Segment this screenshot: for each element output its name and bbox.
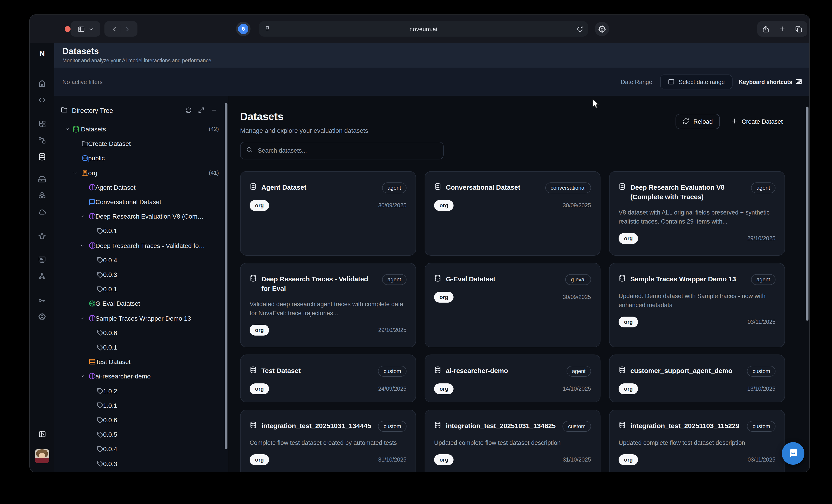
chevron-down-icon[interactable] [80,374,84,379]
reload-page-icon[interactable] [576,26,583,32]
chevron-down-icon[interactable] [65,127,70,132]
chevron-down-icon[interactable] [80,214,84,219]
app-logo[interactable]: N [30,49,54,58]
tree-item-0-0-1[interactable]: 0.0.1 [54,226,222,236]
share-icon[interactable] [762,25,770,33]
create-dataset-button[interactable]: Create Dataset [728,117,785,126]
rail-hard-drive-icon[interactable] [30,175,54,184]
rail-code-icon[interactable] [30,96,54,104]
sidebar-toggle-button[interactable] [71,21,100,36]
tree-item-0-0-6[interactable]: 0.0.6 [54,415,222,425]
search-input[interactable] [257,147,438,155]
dataset-description: Updated: Demo dataset with Sample traces… [619,292,776,310]
rail-settings-icon[interactable] [30,312,54,320]
tree-item-1-0-2[interactable]: 1.0.2 [54,386,222,396]
close-window-button[interactable] [64,26,71,32]
dataset-card[interactable]: G-Eval Datatsetg-evalorg30/09/2025 [424,263,600,347]
rail-workflow-icon[interactable] [30,136,54,144]
dataset-card[interactable]: Test Datasetcustomorg24/09/2025 [240,355,416,402]
toolbar-right [757,21,807,36]
tree-item-deep-research-traces-validated-for[interactable]: Deep Research Traces - Validated for ... [54,240,222,251]
tree-item-0-0-4[interactable]: 0.0.4 [54,444,222,454]
tree-refresh-button[interactable] [185,107,192,115]
tree-item-1-0-1[interactable]: 1.0.1 [54,400,222,411]
tree-item-0-0-3[interactable]: 0.0.3 [54,458,222,469]
database-icon [619,366,626,375]
dataset-card[interactable]: Conversational Datasetconversationalorg3… [424,171,600,256]
tree-item-sample-traces-wrapper-demo-13[interactable]: Sample Traces Wrapper Demo 13 [54,313,222,324]
url-text[interactable]: noveum.ai [270,26,576,32]
user-avatar[interactable] [35,449,49,464]
reload-button[interactable]: Reload [676,114,720,129]
extension-button[interactable] [236,22,251,36]
tree-item-label: 0.0.3 [103,460,117,467]
dataset-title: Deep Research Evaluation V8 (Complete wi… [630,183,746,201]
rail-cloud-icon[interactable] [30,208,54,216]
tag-icon [97,460,104,467]
keyboard-shortcuts-button[interactable]: Keyboard shortcuts [739,78,802,86]
rail-key-icon[interactable] [30,296,54,304]
dataset-card[interactable]: integration_test_20251103_115229customUp… [609,410,785,472]
tree-item-label: 0.0.1 [103,285,117,292]
tree-item-0-0-1[interactable]: 0.0.1 [54,284,222,295]
tag-icon [97,417,104,423]
dataset-card[interactable]: integration_test_20251031_134445customCo… [240,410,416,472]
panel-expand-icon [38,430,46,440]
dataset-card[interactable]: Deep Research Evaluation V8 (Complete wi… [609,171,785,256]
dataset-description: V8 dataset with ALL original fields pres… [619,208,776,226]
chevron-down-icon[interactable] [73,170,77,175]
dataset-card[interactable]: Agent Datasetagentorg30/09/2025 [240,171,416,256]
dataset-card[interactable]: integration_test_20251031_134625customUp… [424,410,600,472]
tree-item-0-0-4[interactable]: 0.0.4 [54,255,222,265]
tree-item-g-eval-datatset[interactable]: G-Eval Datatset [54,298,222,309]
rail-list-tree-icon[interactable] [30,120,54,128]
tree-item-0-0-6[interactable]: 0.0.6 [54,328,222,338]
dataset-description: Validated deep research agent traces wit… [250,300,407,318]
new-tab-icon[interactable] [779,25,786,32]
dataset-card[interactable]: ai-researcher-demoagentorg14/10/2025 [424,355,600,402]
chat-launcher-button[interactable] [782,442,804,465]
page-scrollbar[interactable] [806,107,808,320]
tag-icon [97,228,104,234]
tree-collapse-button[interactable] [211,107,217,115]
tree-expand-button[interactable] [198,107,204,115]
tree-item-test-dataset[interactable]: Test Dataset [54,356,222,367]
tree-item-0-0-5[interactable]: 0.0.5 [54,429,222,440]
chevron-down-icon[interactable] [80,316,84,320]
tree-item-agent-dataset[interactable]: Agent Dataset [54,182,222,193]
dataset-card[interactable]: Deep Research Traces - Validated for Eva… [240,263,416,347]
tree-item-deep-research-evaluation-v8-compl[interactable]: Deep Research Evaluation V8 (Compl... [54,211,222,222]
filter-bar: No active filters Date Range: Select dat… [54,68,809,96]
rail-home-icon[interactable] [30,80,54,88]
chevron-down-icon[interactable] [80,243,84,248]
tree-item-public[interactable]: public [54,153,222,164]
org-badge: org [434,292,454,303]
date-range-button[interactable]: Select date range [660,75,732,89]
rail-boxes-icon[interactable] [30,192,54,200]
tab-overview-icon[interactable] [795,25,803,33]
tree-item-create-dataset[interactable]: Create Dataset [54,138,222,149]
dataset-card[interactable]: Sample Traces Wrapper Demo 13agentUpdate… [609,263,785,347]
reader-icon[interactable] [264,26,270,32]
panel-expand-button[interactable] [30,430,54,440]
rail-database-icon[interactable] [30,152,54,161]
rail-star-icon[interactable] [30,232,54,240]
tree-item-org[interactable]: org(41) [54,167,222,178]
rail-webhook-icon[interactable] [30,272,54,280]
dataset-type-badge: custom [378,421,407,432]
tree-item-ai-researcher-demo[interactable]: ai-researcher-demo [54,371,222,382]
tree-item-0-0-3[interactable]: 0.0.3 [54,269,222,280]
tree-item-0-0-1[interactable]: 0.0.1 [54,342,222,353]
dataset-card[interactable]: customer_support_agent_democustomorg13/1… [609,355,785,402]
page-settings-button[interactable] [595,22,609,36]
tree-item-conversational-dataset[interactable]: Conversational Dataset [54,196,222,207]
tag-icon [97,388,104,394]
rail-screen-key-icon[interactable] [30,256,54,264]
datasets-main: Datasets Manage and explore your evaluat… [228,96,809,472]
tree-scrollbar[interactable] [225,103,228,449]
forward-button[interactable] [121,26,133,32]
tree-item-datasets[interactable]: Datasets(42) [54,124,222,135]
url-bar[interactable]: noveum.ai [259,21,588,36]
database-icon [434,275,441,284]
back-button[interactable] [108,26,121,32]
